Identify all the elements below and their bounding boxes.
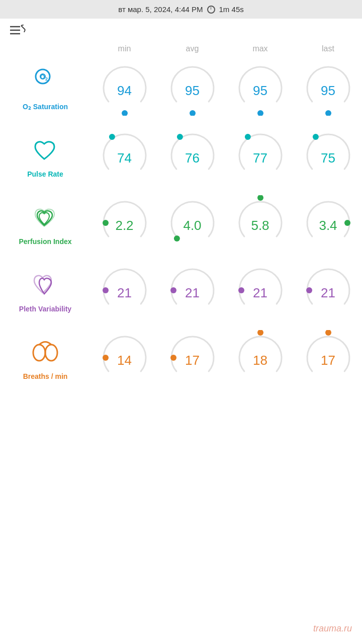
pulse-gauge-3: 75 [294,128,362,183]
svg-point-23 [170,287,176,293]
col-avg: avg [158,44,226,53]
breaths-value-2: 18 [253,353,267,368]
o2-gauge-1: 95 [158,60,226,116]
timer-icon [207,6,215,14]
pulse-icon [30,133,60,167]
svg-point-26 [33,345,45,361]
metric-row-pleth: Pleth Variability 21 21 [0,258,362,323]
o2-gauge-0: 94 [90,60,158,116]
breaths-value-1: 17 [185,353,200,368]
svg-point-24 [238,287,244,293]
svg-point-15 [176,134,183,140]
svg-point-28 [103,355,109,361]
svg-point-25 [306,287,312,293]
svg-point-13 [325,110,331,116]
svg-point-30 [257,330,263,336]
svg-line-4 [21,25,24,26]
pleth-value-1: 21 [185,285,200,301]
o2-value-0: 94 [117,83,132,99]
o2-gauge-circle-0: 94 [97,60,152,116]
pulse-gauge-circle-1: 76 [165,128,220,183]
pleth-gauge-circle-2: 21 [233,263,288,318]
pulse-name: Pulse Rate [27,170,63,178]
perfusion-gauge-1: 4.0 [158,195,226,251]
pleth-gauge-0: 21 [90,263,158,318]
perfusion-gauge-circle-0: 2.2 [97,195,152,251]
perfusion-gauge-0: 2.2 [90,195,158,251]
pulse-value-1: 76 [185,150,200,166]
breaths-gauge-2: 18 [226,330,294,385]
o2-name: O₂ Saturation [23,103,68,111]
perfusion-gauges: 2.2 4.0 5.8 [90,195,362,251]
svg-line-3 [21,26,25,30]
svg-point-27 [45,345,57,361]
o2-icon: O 2 [30,65,60,100]
metric-row-pulse: Pulse Rate 74 76 [0,123,362,188]
o2-gauge-circle-2: 95 [233,60,288,116]
pleth-name: Pleth Variability [19,305,71,313]
metric-label-perfusion: Perfusion Index [0,200,90,246]
svg-point-21 [344,220,350,226]
svg-point-18 [103,220,109,226]
svg-point-19 [173,235,179,242]
metrics-container: O 2 O₂ Saturation 94 95 [0,55,362,390]
toolbar [0,19,362,44]
o2-value-1: 95 [185,83,200,99]
col-max: max [226,44,294,53]
breaths-gauge-0: 14 [90,330,158,385]
o2-gauge-circle-3: 95 [301,60,356,116]
col-min: min [90,44,158,53]
status-bar: вт мар. 5, 2024, 4:44 PM 1m 45s [0,0,362,19]
breaths-gauge-1: 17 [158,330,226,385]
svg-point-11 [190,110,196,116]
svg-point-14 [109,134,115,140]
pleth-gauge-3: 21 [294,263,362,318]
svg-point-17 [312,134,318,140]
pleth-gauge-circle-3: 21 [301,263,356,318]
pulse-gauges: 74 76 77 [90,128,362,183]
watermark: trauma.ru [313,623,352,634]
col-last: last [294,44,362,53]
o2-gauge-3: 95 [294,60,362,116]
pulse-gauge-circle-0: 74 [97,128,152,183]
pleth-gauge-1: 21 [158,263,226,318]
o2-gauge-circle-1: 95 [165,60,220,116]
metric-row-perfusion: Perfusion Index 2.2 4.0 [0,190,362,256]
metric-label-o2: O 2 O₂ Saturation [0,65,90,111]
perfusion-gauge-circle-3: 3.4 [301,195,356,251]
menu-edit-icon[interactable] [10,25,26,38]
pleth-gauge-circle-1: 21 [165,263,220,318]
breaths-gauge-circle-2: 18 [233,330,288,385]
perfusion-value-3: 3.4 [319,218,337,233]
pleth-gauge-2: 21 [226,263,294,318]
svg-point-16 [244,134,250,140]
perfusion-value-0: 2.2 [115,218,133,233]
datetime-text: вт мар. 5, 2024, 4:44 PM [118,5,203,14]
perfusion-value-2: 5.8 [251,218,269,233]
perfusion-value-1: 4.0 [183,218,201,233]
breaths-gauge-3: 17 [294,330,362,385]
svg-point-12 [257,110,263,116]
duration-text: 1m 45s [219,5,244,14]
perfusion-gauge-circle-1: 4.0 [165,195,220,251]
o2-value-2: 95 [253,83,267,99]
o2-gauges: 94 95 95 [90,60,362,116]
pleth-gauge-circle-0: 21 [97,263,152,318]
pleth-value-3: 21 [321,285,335,301]
pulse-gauge-1: 76 [158,128,226,183]
perfusion-gauge-circle-2: 5.8 [233,195,288,251]
svg-point-29 [170,355,176,361]
breaths-gauge-circle-1: 17 [165,330,220,385]
pleth-value-0: 21 [117,285,132,301]
svg-line-5 [24,30,25,32]
breaths-icon [30,335,60,369]
breaths-gauge-circle-3: 17 [301,330,356,385]
o2-gauge-2: 95 [226,60,294,116]
pulse-gauge-circle-3: 75 [301,128,356,183]
pulse-value-3: 75 [321,150,335,166]
breaths-name: Breaths / min [23,372,68,380]
pleth-icon [30,268,60,302]
pleth-value-2: 21 [253,285,267,301]
breaths-value-0: 14 [117,353,132,368]
breaths-gauges: 14 17 18 [90,330,362,385]
